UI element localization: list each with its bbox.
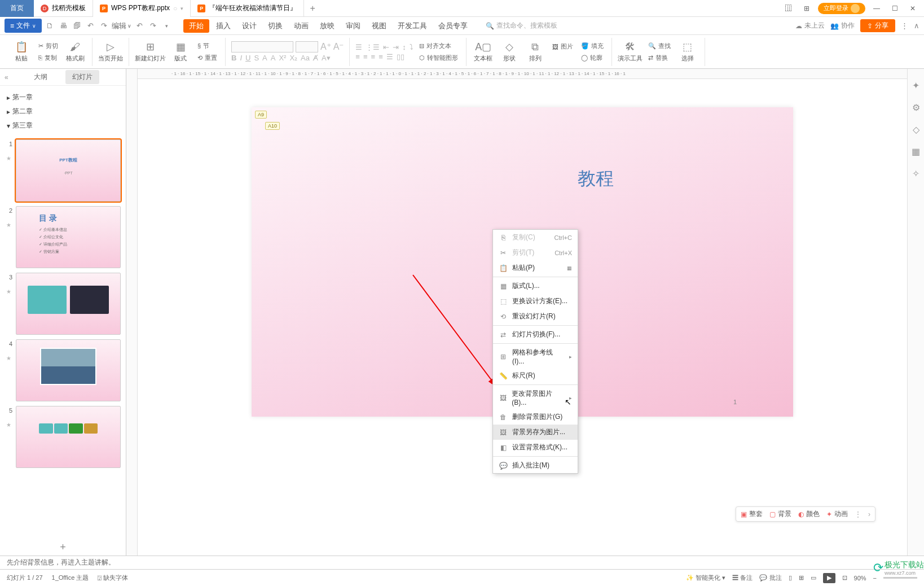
menu-view[interactable]: 视图 — [367, 19, 391, 33]
align-text-button[interactable]: ⊟对齐文本 — [417, 41, 460, 51]
numbering-button[interactable]: ⋮☰ — [366, 43, 380, 51]
menu-devtools[interactable]: 开发工具 — [393, 19, 432, 33]
new-tab-button[interactable]: + — [304, 3, 321, 14]
comments-toggle[interactable]: 💬 批注 — [759, 574, 781, 582]
add-slide-button[interactable]: + — [0, 539, 126, 556]
edit-menu[interactable]: 编辑 ∨ — [112, 21, 131, 31]
shape-button[interactable]: ◇形状 — [498, 41, 521, 63]
chapter-item[interactable]: ▸ 第一章 — [7, 90, 119, 104]
sidebar-settings-icon[interactable]: ⚙ — [912, 102, 920, 113]
align-justify-button[interactable]: ≡ — [379, 53, 383, 61]
find-button[interactable]: 🔍查找 — [646, 41, 673, 51]
cut-button[interactable]: ✂剪切 — [36, 41, 60, 51]
sidebar-template-icon[interactable]: ▦ — [912, 146, 920, 157]
zoom-level[interactable]: 90% — [854, 575, 866, 581]
ctx-reset-slide[interactable]: ⟲重设幻灯片(R) — [493, 309, 578, 324]
slide-thumb-5[interactable]: 5★ — [5, 406, 126, 468]
italic-button[interactable]: I — [240, 54, 242, 62]
align-right-button[interactable]: ≡ — [371, 53, 376, 61]
doc-tab-other[interactable]: P 『端午狂欢祝福浓情满节日』 — [191, 0, 304, 17]
minimize-button[interactable]: — — [870, 2, 883, 15]
textbox-button[interactable]: A▢文本框 — [472, 41, 495, 63]
float-animation[interactable]: ✦动画 — [826, 509, 848, 519]
view-normal-icon[interactable]: ▯ — [789, 574, 792, 581]
menu-design[interactable]: 设计 — [237, 19, 261, 33]
bold-button[interactable]: B — [231, 54, 236, 62]
underline-button[interactable]: U — [245, 54, 250, 62]
bullets-button[interactable]: ☰ — [355, 43, 362, 51]
subscript-button[interactable]: X₂ — [289, 54, 297, 62]
slideshow-button[interactable]: ▶ — [823, 573, 835, 583]
menu-review[interactable]: 审阅 — [341, 19, 365, 33]
slide-thumb-2[interactable]: 2★ 目录✓ 介绍基本信息✓ 介绍公文化✓ 详细介绍产品✓ 营销方案 — [5, 206, 126, 268]
qa-dropdown-icon[interactable]: ▾ — [161, 20, 172, 32]
qa-redo-icon[interactable]: ↷ — [147, 20, 159, 32]
menu-member[interactable]: 会员专享 — [434, 19, 472, 33]
share-button[interactable]: ⇪分享 — [860, 19, 895, 32]
tab-dropdown-icon[interactable]: ▾ — [181, 6, 183, 11]
select-button[interactable]: ⬚选择 — [676, 41, 699, 63]
float-suite[interactable]: ▣整套 — [741, 509, 763, 519]
float-color[interactable]: ◐颜色 — [798, 509, 820, 519]
view-reading-icon[interactable]: ▭ — [811, 574, 816, 581]
arrange-button[interactable]: ⧉排列 — [524, 41, 547, 63]
chapter-item[interactable]: ▾ 第三章 — [7, 119, 119, 133]
qa-undo-icon[interactable]: ↶ — [134, 20, 145, 32]
ctx-paste[interactable]: 📋粘贴(P)▦ — [493, 260, 578, 275]
zoom-slider[interactable] — [883, 577, 917, 579]
clear-format-button[interactable]: A̸ — [313, 54, 318, 62]
change-case-button[interactable]: Aa — [301, 54, 310, 62]
fit-icon[interactable]: ⊡ — [842, 574, 847, 581]
print-preview-icon[interactable]: 🗐 — [71, 20, 82, 32]
paste-button[interactable]: 📋粘贴 — [10, 41, 33, 63]
format-painter-button[interactable]: 🖌格式刷 — [64, 41, 86, 63]
menu-animation[interactable]: 动画 — [289, 19, 313, 33]
slide-thumb-4[interactable]: 4★ — [5, 339, 126, 401]
layout-button[interactable]: ▦版式 — [169, 41, 192, 63]
print-icon[interactable]: 🖶 — [58, 20, 69, 32]
section-button[interactable]: §节 — [195, 41, 219, 51]
fill-button[interactable]: 🪣填充 — [579, 41, 606, 51]
undo-icon[interactable]: ↶ — [85, 20, 96, 32]
collab-button[interactable]: 👥协作 — [830, 21, 855, 30]
apps-icon[interactable]: ⊞ — [800, 2, 813, 15]
file-menu[interactable]: ≡ 文件 ∨ — [5, 19, 42, 33]
font-family-select[interactable] — [231, 41, 293, 53]
ctx-format-bg[interactable]: ◧设置背景格式(K)... — [493, 440, 578, 455]
strike-button[interactable]: S — [254, 54, 259, 62]
indent-dec-button[interactable]: ⇤ — [383, 43, 389, 51]
chapter-item[interactable]: ▸ 第二章 — [7, 104, 119, 119]
align-left-button[interactable]: ≡ — [355, 53, 360, 61]
ctx-change-bg[interactable]: 🖼更改背景图片(B)...▸ — [493, 386, 578, 409]
slide-thumb-1[interactable]: 1★ PPT教程·PPT — [5, 139, 126, 202]
indent-inc-button[interactable]: ⇥ — [393, 43, 399, 51]
reset-button[interactable]: ⟲重置 — [195, 53, 219, 63]
outline-tab[interactable]: 大纲 — [27, 70, 54, 84]
notes-bar[interactable]: 先介绍背景信息，再进入主题讲解。 — [0, 556, 924, 569]
new-slide-button[interactable]: ⊞新建幻灯片 — [135, 41, 166, 63]
layout-icon[interactable]: ⿲ — [782, 2, 795, 15]
ctx-grid[interactable]: ⊞网格和参考线(I)...▸ — [493, 345, 578, 368]
slide-thumb-3[interactable]: 3★ — [5, 273, 126, 335]
doc-tab-template[interactable]: D 找稻壳模板 — [34, 0, 93, 17]
float-next-icon[interactable]: › — [868, 510, 870, 518]
increase-font-icon[interactable]: A⁺ — [320, 41, 331, 53]
tools-button[interactable]: 🛠演示工具 — [618, 41, 643, 63]
outline-button[interactable]: ◯轮廓 — [579, 53, 606, 63]
missing-font[interactable]: ⍰ 缺失字体 — [98, 574, 128, 582]
view-sorter-icon[interactable]: ⊞ — [799, 574, 804, 581]
line-spacing-button[interactable]: ↕ — [402, 43, 406, 51]
close-button[interactable]: ✕ — [906, 2, 919, 15]
from-current-button[interactable]: ▷当页开始 — [98, 41, 123, 63]
ctx-ruler[interactable]: 📏标尺(R) — [493, 368, 578, 383]
sidebar-design-icon[interactable]: ◇ — [913, 124, 919, 135]
ctx-transition[interactable]: ⇄幻灯片切换(F)... — [493, 327, 578, 342]
ctx-insert-comment[interactable]: 💬插入批注(M) — [493, 458, 578, 473]
comment-badge[interactable]: A9 — [255, 111, 267, 119]
beautify-button[interactable]: ✨ 智能美化 ▾ — [686, 574, 725, 582]
collapse-ribbon-icon[interactable]: ∧ — [914, 21, 919, 30]
font-effect-button[interactable]: A — [262, 54, 267, 62]
font-color-button[interactable]: A▾ — [322, 54, 331, 62]
ctx-save-bg-as-image[interactable]: 🖼背景另存为图片... — [493, 425, 578, 440]
menu-slideshow[interactable]: 放映 — [315, 19, 339, 33]
